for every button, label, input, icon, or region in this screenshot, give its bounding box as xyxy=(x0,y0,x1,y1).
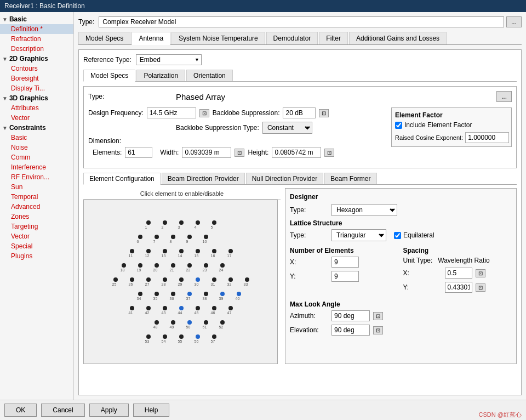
array-dot-49[interactable] xyxy=(171,320,175,325)
elem-tab-2[interactable]: Null Direction Provider xyxy=(246,173,323,184)
ok-button[interactable]: OK xyxy=(4,404,37,417)
backlobe-btn[interactable]: ⊡ xyxy=(319,109,329,117)
array-dot-4[interactable] xyxy=(196,220,200,225)
array-dot-34[interactable] xyxy=(138,292,142,296)
width-input[interactable] xyxy=(182,147,231,158)
array-dot-13[interactable] xyxy=(163,249,167,253)
space-x-input[interactable] xyxy=(445,268,472,279)
array-dot-36[interactable] xyxy=(171,292,175,296)
array-dot-22[interactable] xyxy=(187,263,192,268)
height-input[interactable] xyxy=(272,147,321,158)
ref-type-select[interactable]: Embed xyxy=(136,54,202,65)
array-dot-1[interactable] xyxy=(146,220,151,225)
array-dot-20[interactable] xyxy=(155,263,159,268)
az-input[interactable] xyxy=(331,310,370,321)
elements-input[interactable] xyxy=(125,147,152,158)
ef-exp-input[interactable] xyxy=(465,132,509,143)
inner-tab-2[interactable]: Orientation xyxy=(186,70,233,81)
array-dot-43[interactable] xyxy=(163,306,167,310)
sidebar-item-3-10[interactable]: Vector xyxy=(0,231,73,241)
sidebar-item-3-12[interactable]: Plugins xyxy=(0,251,73,261)
backlobe-input[interactable] xyxy=(283,107,316,118)
array-dot-6[interactable] xyxy=(138,235,142,239)
sidebar-item-1-2[interactable]: Display Ti... xyxy=(0,83,73,93)
type-input[interactable] xyxy=(99,16,504,27)
array-dot-8[interactable] xyxy=(171,235,175,239)
cancel-button[interactable]: Cancel xyxy=(41,404,84,417)
ms-type-browse-button[interactable]: ... xyxy=(496,91,512,102)
array-dot-28[interactable] xyxy=(163,277,167,282)
array-dot-48[interactable] xyxy=(155,320,159,325)
sidebar-item-3-1[interactable]: Noise xyxy=(0,143,73,152)
array-dot-50[interactable] xyxy=(187,320,192,325)
array-dot-42[interactable] xyxy=(146,306,151,310)
space-y-input[interactable] xyxy=(445,282,472,293)
array-dot-11[interactable] xyxy=(130,249,134,253)
space-x-btn[interactable]: ⊡ xyxy=(476,269,485,277)
array-dot-12[interactable] xyxy=(146,249,151,253)
array-dot-10[interactable] xyxy=(204,235,208,239)
array-dot-52[interactable] xyxy=(220,320,225,325)
apply-button[interactable]: Apply xyxy=(89,404,129,417)
array-dot-39[interactable] xyxy=(220,292,225,296)
el-btn[interactable]: ⊡ xyxy=(373,326,383,334)
array-dot-5[interactable] xyxy=(212,220,216,225)
array-dot-38[interactable] xyxy=(204,292,208,296)
sidebar-item-3-0[interactable]: Basic xyxy=(0,133,73,143)
array-dot-40[interactable] xyxy=(237,292,241,296)
sidebar-item-3-9[interactable]: Targeting xyxy=(0,222,73,231)
array-dot-53[interactable] xyxy=(146,334,151,339)
sidebar-item-2-1[interactable]: Vector xyxy=(0,113,73,123)
include-ef-checkbox[interactable] xyxy=(395,122,402,129)
outer-tab-3[interactable]: Demodulator xyxy=(266,32,318,44)
array-dot-45[interactable] xyxy=(196,306,200,310)
array-visual[interactable]: 1234567891011121314151617181920212223242… xyxy=(83,200,278,364)
elem-tab-3[interactable]: Beam Former xyxy=(324,173,376,184)
el-input[interactable] xyxy=(331,325,370,336)
array-dot-44[interactable] xyxy=(179,306,184,310)
array-dot-55[interactable] xyxy=(179,334,184,339)
array-dot-46[interactable] xyxy=(212,306,216,310)
outer-tab-5[interactable]: Additional Gains and Losses xyxy=(349,32,447,44)
array-dot-56[interactable] xyxy=(196,334,200,339)
sidebar-item-3-7[interactable]: Advanced xyxy=(0,202,73,212)
outer-tab-0[interactable]: Model Specs xyxy=(78,32,130,44)
type-browse-button[interactable]: ... xyxy=(506,16,522,27)
sidebar-group-3[interactable]: ▼Constraints xyxy=(0,123,73,133)
array-dot-32[interactable] xyxy=(228,277,233,282)
sidebar-item-3-2[interactable]: Comm xyxy=(0,152,73,162)
num-x-input[interactable] xyxy=(331,257,359,268)
outer-tab-1[interactable]: Antenna xyxy=(132,32,170,45)
array-dot-35[interactable] xyxy=(155,292,159,296)
help-button[interactable]: Help xyxy=(133,404,170,417)
array-dot-18[interactable] xyxy=(122,263,126,268)
space-y-btn[interactable]: ⊡ xyxy=(476,283,485,292)
design-freq-input[interactable] xyxy=(147,107,196,118)
array-dot-41[interactable] xyxy=(130,306,134,310)
sidebar-group-2[interactable]: ▼3D Graphics xyxy=(0,93,73,103)
array-dot-33[interactable] xyxy=(245,277,249,282)
sidebar-item-2-0[interactable]: Attributes xyxy=(0,103,73,113)
width-btn[interactable]: ⊡ xyxy=(235,149,244,157)
sidebar-item-3-8[interactable]: Zones xyxy=(0,212,73,222)
array-dot-37[interactable] xyxy=(187,292,192,296)
array-dot-21[interactable] xyxy=(171,263,175,268)
sidebar-item-0-0[interactable]: Definition * xyxy=(0,24,73,34)
sidebar-item-3-5[interactable]: Sun xyxy=(0,182,73,192)
array-dot-31[interactable] xyxy=(212,277,216,282)
array-dot-57[interactable] xyxy=(212,334,216,339)
sidebar-group-1[interactable]: ▼2D Graphics xyxy=(0,54,73,64)
array-dot-3[interactable] xyxy=(179,220,184,225)
array-dot-30[interactable] xyxy=(196,277,200,282)
array-dot-25[interactable] xyxy=(113,277,118,282)
sidebar-item-3-4[interactable]: RF Environ... xyxy=(0,172,73,182)
height-btn[interactable]: ⊡ xyxy=(324,149,334,157)
equilateral-checkbox[interactable] xyxy=(394,232,401,239)
array-dot-54[interactable] xyxy=(163,334,167,339)
backlobe-type-select[interactable]: Constant xyxy=(262,122,312,134)
sidebar-group-0[interactable]: ▼Basic xyxy=(0,14,73,24)
array-dot-19[interactable] xyxy=(138,263,142,268)
array-dot-9[interactable] xyxy=(187,235,192,239)
inner-tab-0[interactable]: Model Specs xyxy=(83,70,135,82)
array-dot-23[interactable] xyxy=(204,263,208,268)
